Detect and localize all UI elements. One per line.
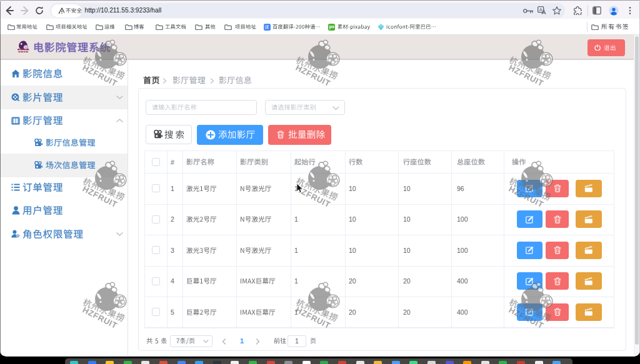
svg-text:HZFRUIT: HZFRUIT [508, 62, 546, 88]
svg-text:HZFRUIT: HZFRUIT [294, 62, 332, 88]
svg-text:A: A [539, 7, 542, 12]
